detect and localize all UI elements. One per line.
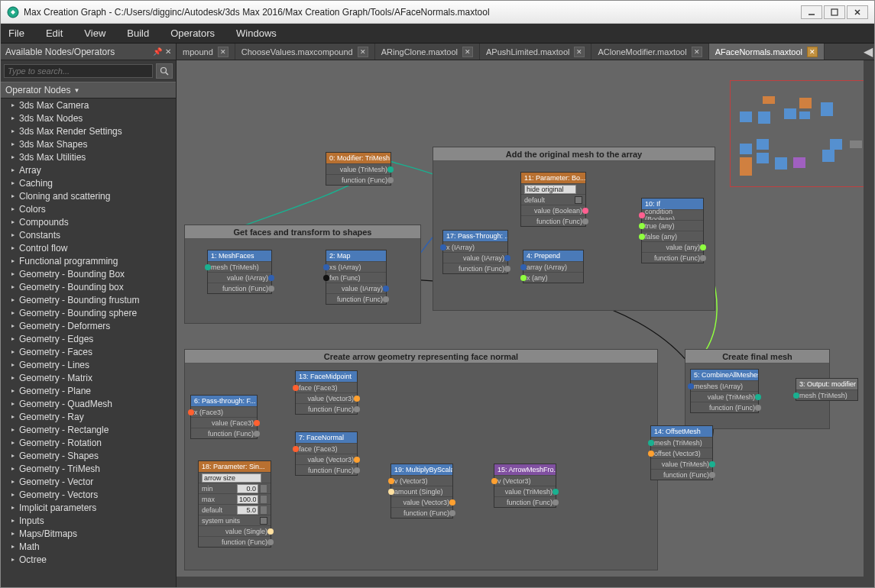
minimap[interactable] — [730, 80, 871, 187]
menu-build[interactable]: Build — [127, 27, 149, 39]
tree-item[interactable]: ▸Array — [1, 163, 176, 176]
param-single-name[interactable] — [202, 473, 261, 483]
tree-item[interactable]: ▸3ds Max Camera — [1, 99, 176, 111]
tree-item[interactable]: ▸Control flow — [1, 241, 176, 254]
tab-close-icon[interactable]: ✕ — [462, 47, 473, 57]
caret-icon: ▸ — [11, 374, 19, 381]
tree-item[interactable]: ▸Geometry - Bounding Box — [1, 267, 176, 280]
tab[interactable]: ChooseValues.maxcompound✕ — [235, 44, 375, 60]
canvas-area: mpound✕ChooseValues.maxcompound✕ARingClo… — [177, 44, 874, 587]
tree-item[interactable]: ▸Geometry - Rotation — [1, 436, 176, 449]
tree-item[interactable]: ▸Geometry - QuadMesh — [1, 397, 176, 410]
tree-item[interactable]: ▸Geometry - Faces — [1, 345, 176, 358]
tab-close-icon[interactable]: ✕ — [358, 47, 368, 57]
caret-icon: ▸ — [11, 322, 19, 329]
tab-scroll-left[interactable]: ◀ — [862, 44, 874, 59]
node-facemidpoint[interactable]: 13: FaceMidpoint face (Face3) value (Vec… — [295, 370, 358, 415]
max-input[interactable] — [237, 495, 258, 504]
tree-item[interactable]: ▸Cloning and scattering — [1, 189, 176, 202]
tree-item[interactable]: ▸3ds Max Utilities — [1, 150, 176, 163]
tab-close-icon[interactable]: ✕ — [218, 47, 228, 57]
tree-item[interactable]: ▸Colors — [1, 202, 176, 215]
menu-edit[interactable]: Edit — [46, 27, 63, 39]
node-map[interactable]: 2: Map xs (IArray) fxn (Func) value (IAr… — [326, 250, 387, 305]
menu-file[interactable]: File — [8, 27, 24, 39]
tree-item[interactable]: ▸Constants — [1, 228, 176, 241]
checkbox[interactable] — [260, 517, 267, 525]
tree-item[interactable]: ▸Geometry - Matrix — [1, 371, 176, 384]
node-prepend[interactable]: 4: Prepend array (IArray) x (any) — [523, 250, 584, 283]
tree-item[interactable]: ▸Geometry - Bounding frustum — [1, 293, 176, 306]
graph-canvas[interactable]: Get faces and transform to shapes Add th… — [177, 60, 874, 587]
menu-windows[interactable]: Windows — [236, 27, 277, 39]
tab[interactable]: APushLimited.maxtool✕ — [480, 44, 591, 60]
tree-item[interactable]: ▸Functional programming — [1, 254, 176, 267]
tab-close-icon[interactable]: ✕ — [692, 47, 702, 57]
horizontal-scrollbar[interactable] — [177, 577, 864, 587]
spinner[interactable] — [260, 506, 267, 515]
tree-item[interactable]: ▸Geometry - Rectangle — [1, 423, 176, 436]
tree-item[interactable]: ▸Geometry - Deformers — [1, 319, 176, 332]
tree-item[interactable]: ▸Caching — [1, 176, 176, 189]
close-button[interactable] — [847, 5, 868, 19]
tab-close-icon[interactable]: ✕ — [807, 47, 818, 57]
category-header[interactable]: Operator Nodes▼ — [1, 82, 176, 99]
pin-icon[interactable]: 📌 — [153, 47, 162, 56]
tree-item[interactable]: ▸Inputs — [1, 514, 176, 527]
tree-item[interactable]: ▸Geometry - Plane — [1, 384, 176, 397]
tree-item[interactable]: ▸Math — [1, 540, 176, 553]
tab[interactable]: mpound✕ — [177, 44, 235, 60]
caret-icon: ▸ — [11, 257, 19, 264]
param-bool-field[interactable] — [524, 185, 576, 194]
checkbox[interactable] — [575, 196, 582, 204]
search-input[interactable] — [4, 64, 153, 78]
tree-item[interactable]: ▸Geometry - Shapes — [1, 449, 176, 462]
spinner[interactable] — [260, 484, 267, 493]
tree-item[interactable]: ▸Maps/Bitmaps — [1, 527, 176, 540]
min-input[interactable] — [237, 484, 258, 493]
tree-item[interactable]: ▸Compounds — [1, 215, 176, 228]
node-passthrough-17[interactable]: 17: Pass-Through: ... x (IArray) value (… — [442, 230, 508, 274]
tab[interactable]: AFaceNormals.maxtool✕ — [709, 44, 825, 60]
node-param-bool[interactable]: 11: Parameter: Bo... default value (Bool… — [520, 172, 586, 227]
operator-tree[interactable]: ▸3ds Max Camera▸3ds Max Nodes▸3ds Max Re… — [1, 99, 176, 587]
window-title: Max Creation Graph - C:/Users/digginc/Au… — [24, 7, 801, 18]
tab-close-icon[interactable]: ✕ — [574, 47, 585, 57]
menu-view[interactable]: View — [84, 27, 105, 39]
minimize-button[interactable] — [801, 5, 822, 19]
node-passthrough-6[interactable]: 6: Pass-through: F... x (Face3) value (F… — [190, 395, 258, 439]
search-button[interactable] — [156, 63, 173, 79]
tree-item[interactable]: ▸Geometry - TriMesh — [1, 462, 176, 475]
tree-item[interactable]: ▸Octree — [1, 553, 176, 566]
tree-item[interactable]: ▸3ds Max Nodes — [1, 111, 176, 124]
node-modifier[interactable]: 0: Modifier: TriMesh value (TriMesh) fun… — [326, 152, 391, 186]
tree-item[interactable]: ▸3ds Max Shapes — [1, 137, 176, 150]
titlebar: Max Creation Graph - C:/Users/digginc/Au… — [1, 1, 874, 24]
tree-item[interactable]: ▸3ds Max Render Settings — [1, 124, 176, 137]
panel-close-icon[interactable]: ✕ — [165, 47, 171, 56]
tree-item[interactable]: ▸Geometry - Vectors — [1, 488, 176, 501]
node-combine[interactable]: 5: CombineAllMeshes meshes (IArray) valu… — [690, 369, 759, 413]
tree-item[interactable]: ▸Geometry - Bounding box — [1, 280, 176, 293]
node-meshfaces[interactable]: 1: MeshFaces mesh (TriMesh) value (IArra… — [207, 250, 272, 294]
tree-item[interactable]: ▸Implicit parameters — [1, 501, 176, 514]
node-param-single[interactable]: 18: Parameter: Sin... min max default sy… — [198, 460, 271, 548]
menu-operators[interactable]: Operators — [170, 27, 215, 39]
default-input[interactable] — [237, 506, 258, 515]
node-facenormal[interactable]: 7: FaceNormal face (Face3) value (Vector… — [295, 431, 358, 476]
tree-item[interactable]: ▸Geometry - Vector — [1, 475, 176, 488]
node-multiply[interactable]: 19: MultiplyByScalar v (Vector3) amount … — [391, 464, 453, 519]
tree-item[interactable]: ▸Geometry - Edges — [1, 332, 176, 345]
tree-item[interactable]: ▸Geometry - Ray — [1, 410, 176, 423]
node-offsetmesh[interactable]: 14: OffsetMesh mesh (TriMesh) offset (Ve… — [650, 425, 713, 480]
maximize-button[interactable] — [824, 5, 845, 19]
node-arrowmesh[interactable]: 15: ArrowMeshFro... v (Vector3) value (T… — [494, 464, 556, 508]
spinner[interactable] — [260, 495, 267, 504]
node-if[interactable]: 10: If condition (Boolean) true (any) fa… — [641, 198, 704, 263]
node-output[interactable]: 3: Output: modifier mesh (TriMesh) — [796, 378, 858, 401]
tree-item[interactable]: ▸Geometry - Lines — [1, 358, 176, 371]
vertical-scrollbar[interactable] — [864, 60, 874, 587]
tab[interactable]: ARingClone.maxtool✕ — [375, 44, 480, 60]
tab[interactable]: ACloneModifier.maxtool✕ — [591, 44, 708, 60]
tree-item[interactable]: ▸Geometry - Bounding sphere — [1, 306, 176, 319]
